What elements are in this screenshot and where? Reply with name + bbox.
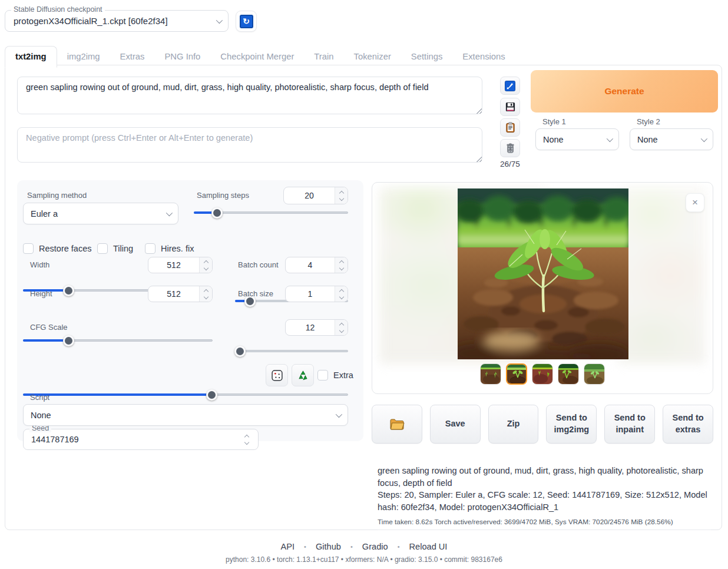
reuse-seed-button[interactable] xyxy=(292,364,314,386)
close-icon: × xyxy=(692,197,698,209)
sampling-method-select[interactable]: Euler a xyxy=(23,203,178,224)
cfg-scale-label: CFG Scale xyxy=(30,323,68,332)
recycle-icon xyxy=(297,369,309,382)
tiling-checkbox[interactable]: Tiling xyxy=(97,243,133,254)
send-to-inpaint-button[interactable]: Send to inpaint xyxy=(604,405,655,444)
slider-knob[interactable] xyxy=(206,389,217,401)
tab-png-info[interactable]: PNG Info xyxy=(154,47,210,67)
info-time-text: Time taken: 8.62s Torch active/reserved:… xyxy=(378,518,711,530)
api-link[interactable]: API xyxy=(281,542,295,551)
reload-ui-link[interactable]: Reload UI xyxy=(409,542,448,551)
checkpoint-label: Stable Diffusion checkpoint xyxy=(11,5,105,14)
zip-button[interactable]: Zip xyxy=(488,405,539,444)
gradio-link[interactable]: Gradio xyxy=(362,542,388,551)
tab-txt2img[interactable]: txt2img xyxy=(5,46,57,68)
height-input[interactable]: 512 xyxy=(148,286,213,302)
width-label: Width xyxy=(30,260,49,269)
close-image-button[interactable]: × xyxy=(686,193,704,212)
token-counter: 26/75 xyxy=(499,160,521,168)
txt2img-panel: green sapling rowing out of ground, mud,… xyxy=(5,65,722,530)
batch-size-input[interactable]: 1 xyxy=(285,286,348,302)
tab-img2img[interactable]: img2img xyxy=(57,47,110,67)
negative-prompt-input[interactable] xyxy=(17,127,482,163)
generation-settings-panel: Sampling method Euler a Sampling steps 2… xyxy=(17,180,363,441)
refresh-icon: ↻ xyxy=(240,15,253,28)
github-link[interactable]: Github xyxy=(316,542,341,551)
slider-knob[interactable] xyxy=(63,335,74,346)
chevron-down-icon xyxy=(336,411,342,417)
prompt-input[interactable]: green sapling rowing out of ground, mud,… xyxy=(17,77,482,114)
sampling-method-label: Sampling method xyxy=(27,191,87,200)
slider-knob[interactable] xyxy=(63,285,74,296)
batch-size-label: Batch size xyxy=(238,289,273,298)
script-select[interactable]: None xyxy=(23,404,348,426)
clear-prompt-button[interactable] xyxy=(500,139,520,157)
chevron-down-icon xyxy=(216,16,223,23)
stepper-arrows[interactable] xyxy=(335,187,348,204)
seed-input[interactable]: Seed 1441787169 xyxy=(23,429,259,450)
tab-extras[interactable]: Extras xyxy=(110,47,155,67)
interrogate-paintbrush-button[interactable] xyxy=(500,77,520,95)
checkpoint-value: protogenX34OfficialR_1.ckpt [60fe2f34] xyxy=(14,16,168,26)
sampling-steps-input[interactable]: 20 xyxy=(283,187,348,204)
thumbnail-5[interactable] xyxy=(584,363,605,385)
trash-icon xyxy=(505,143,516,154)
slider-knob[interactable] xyxy=(234,346,246,357)
footer-links: API • Github • Gradio • Reload UI xyxy=(0,542,728,551)
chevron-down-icon xyxy=(701,135,707,141)
stepper-arrows[interactable] xyxy=(240,433,253,446)
thumbnail-2-selected[interactable] xyxy=(506,363,527,385)
cfg-scale-slider[interactable] xyxy=(23,389,348,400)
generated-image[interactable] xyxy=(458,188,628,359)
thumbnail-3[interactable] xyxy=(532,363,553,385)
refresh-checkpoint-button[interactable]: ↻ xyxy=(236,11,257,32)
thumbnail-4[interactable] xyxy=(558,363,579,385)
extra-seed-checkbox[interactable]: Extra xyxy=(317,370,353,381)
tab-settings[interactable]: Settings xyxy=(401,47,452,67)
batch-size-slider[interactable] xyxy=(235,346,348,356)
send-to-img2img-button[interactable]: Send to img2img xyxy=(546,405,597,444)
stepper-arrows[interactable] xyxy=(335,320,348,335)
style1-select[interactable]: None xyxy=(535,128,619,150)
hires-fix-checkbox[interactable]: Hires. fix xyxy=(145,243,194,254)
tab-checkpoint-merger[interactable]: Checkpoint Merger xyxy=(210,47,304,67)
slider-knob[interactable] xyxy=(211,207,223,219)
tab-tokenizer[interactable]: Tokenizer xyxy=(344,47,401,67)
random-seed-button[interactable] xyxy=(266,364,288,386)
height-label: Height xyxy=(30,289,52,298)
cfg-scale-input[interactable]: 12 xyxy=(285,319,348,336)
generate-button[interactable]: Generate xyxy=(531,70,718,113)
sampling-steps-slider[interactable] xyxy=(194,207,348,218)
stepper-arrows[interactable] xyxy=(199,286,212,302)
save-style-button[interactable] xyxy=(500,98,520,116)
height-slider[interactable] xyxy=(23,335,213,346)
send-to-extras-button[interactable]: Send to extras xyxy=(663,405,713,444)
generation-info: green sapling rowing out of ground, mud,… xyxy=(378,465,711,530)
floppy-disk-icon xyxy=(505,101,516,113)
batch-count-label: Batch count xyxy=(238,260,279,269)
stepper-arrows[interactable] xyxy=(335,257,348,273)
apply-style-button[interactable] xyxy=(500,118,520,137)
tab-bar: txt2img img2img Extras PNG Info Checkpoi… xyxy=(5,46,515,67)
tab-train[interactable]: Train xyxy=(304,47,343,67)
folder-icon xyxy=(389,418,405,431)
chevron-down-icon xyxy=(166,209,173,216)
checkpoint-select[interactable]: Stable Diffusion checkpoint protogenX34O… xyxy=(5,10,229,32)
stepper-arrows[interactable] xyxy=(199,257,212,273)
thumbnail-1[interactable] xyxy=(480,363,501,385)
version-info: python: 3.10.6 • torch: 1.13.1+cu117 • x… xyxy=(0,555,728,564)
blurred-preview-right xyxy=(617,187,706,364)
batch-count-input[interactable]: 4 xyxy=(285,257,348,273)
tab-extensions[interactable]: Extensions xyxy=(452,47,515,67)
save-button[interactable]: Save xyxy=(430,405,481,444)
style2-label: Style 2 xyxy=(637,117,660,126)
open-folder-button[interactable] xyxy=(372,405,422,444)
dice-icon xyxy=(271,369,283,382)
stepper-arrows[interactable] xyxy=(335,286,348,302)
width-input[interactable]: 512 xyxy=(148,257,213,273)
script-label: Script xyxy=(30,393,49,402)
restore-faces-checkbox[interactable]: Restore faces xyxy=(23,243,91,254)
style1-label: Style 1 xyxy=(542,117,566,126)
style2-select[interactable]: None xyxy=(630,128,713,150)
sampling-steps-label: Sampling steps xyxy=(197,191,249,200)
